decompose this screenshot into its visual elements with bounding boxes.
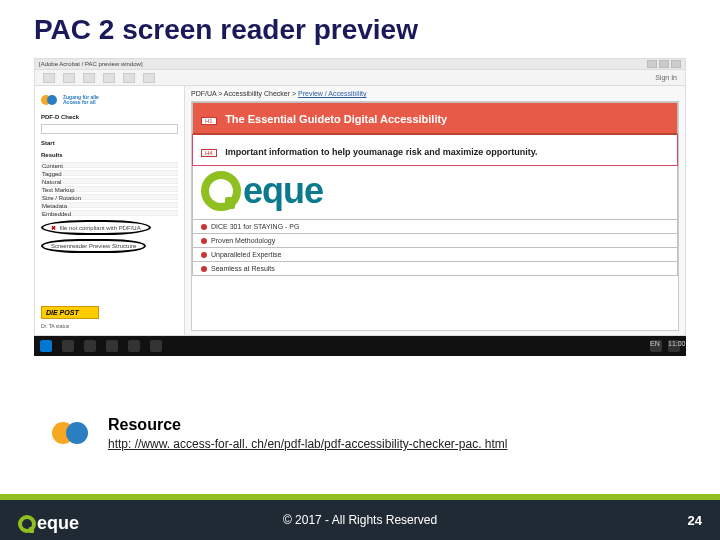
- page-number: 24: [688, 513, 702, 528]
- bullet-icon: [201, 224, 207, 230]
- list-item: DICE 301 for STAYING - PG: [192, 220, 678, 234]
- row-text: Unparalleled Expertise: [211, 251, 281, 258]
- fail-x-icon: ✖: [51, 225, 56, 231]
- h1-banner: H1 The Essential Guideto Digital Accessi…: [192, 102, 678, 135]
- list-item: Content: [41, 162, 178, 168]
- resource-icon: [52, 414, 94, 452]
- list-item: Proven Methodology: [192, 234, 678, 248]
- pdf-check-label: PDF-D Check: [41, 114, 178, 120]
- access-for-all-logo: Zugang für alle Access for all: [41, 92, 178, 108]
- copyright-text: © 2017 - All Rights Reserved: [283, 513, 437, 527]
- tray-time: 11:00: [668, 340, 680, 352]
- deque-logo-large: eque: [201, 170, 323, 212]
- task-icon: [150, 340, 162, 352]
- preview-row-text: Screenreader Preview Structure: [51, 243, 136, 249]
- h1-text: The Essential Guideto Digital Accessibil…: [225, 113, 447, 125]
- close-icon: [671, 60, 681, 68]
- resource-heading: Resource: [108, 416, 507, 434]
- diepost-badge: DIE POST: [41, 306, 99, 319]
- window-titlebar: [Adobe Acrobat / PAC preview window]: [34, 58, 686, 70]
- preview-header: PDF/UA > Accessibility Checker > Preview…: [191, 90, 679, 97]
- explain-1: Dr. TA: [41, 323, 54, 329]
- app-toolbar: Sign In: [34, 70, 686, 86]
- list-item: Embedded: [41, 210, 178, 216]
- preview-header-prefix: PDF/UA > Accessibility Checker >: [191, 90, 298, 97]
- row-text: Seamless at Results: [211, 265, 275, 272]
- slide-footer: eque © 2017 - All Rights Reserved 24: [0, 494, 720, 540]
- circled-fail-row: ✖ file not compliant with PDF/UA: [41, 220, 151, 235]
- slide-title: PAC 2 screen reader preview: [0, 0, 720, 46]
- results-list: Content Tagged Natural Text Markup Size …: [41, 162, 178, 216]
- file-input: [41, 124, 178, 134]
- document-preview-pane: PDF/UA > Accessibility Checker > Preview…: [185, 86, 685, 335]
- deque-ring-icon: [201, 171, 241, 211]
- org-line2: Access for all: [63, 100, 99, 106]
- circled-preview-row: Screenreader Preview Structure: [41, 239, 146, 253]
- list-item: Text Markup: [41, 186, 178, 192]
- task-icon: [84, 340, 96, 352]
- h1-tag: H1: [201, 117, 217, 125]
- list-item: Tagged: [41, 170, 178, 176]
- max-icon: [659, 60, 669, 68]
- list-item: Size / Rotation: [41, 194, 178, 200]
- start-label: Start: [41, 140, 178, 146]
- tool-icon: [143, 73, 155, 83]
- min-icon: [647, 60, 657, 68]
- swirl-icon: [41, 92, 59, 108]
- preview-header-link: Preview / Accessibility: [298, 90, 366, 97]
- deque-brand-row: eque: [192, 166, 678, 220]
- pac-screenshot: [Adobe Acrobat / PAC preview window] Sig…: [34, 58, 686, 376]
- window-title-text: [Adobe Acrobat / PAC preview window]: [39, 61, 143, 67]
- deque-logo-text: eque: [243, 170, 323, 212]
- deque-footer-logo: eque: [18, 513, 79, 534]
- resource-link[interactable]: http: //www. access-for-all. ch/en/pdf-l…: [108, 437, 507, 451]
- deque-footer-text: eque: [37, 513, 79, 534]
- bullet-icon: [201, 238, 207, 244]
- h4-banner: H4 Important information to help youmana…: [192, 135, 678, 166]
- list-item: Seamless at Results: [192, 262, 678, 276]
- task-icon: [62, 340, 74, 352]
- tray-lang: EN: [650, 340, 662, 352]
- explain-2: status: [56, 323, 69, 329]
- tool-icon: [63, 73, 75, 83]
- start-icon: [40, 340, 52, 352]
- deque-ring-icon: [18, 515, 36, 533]
- task-icon: [128, 340, 140, 352]
- tool-icon: [103, 73, 115, 83]
- h4-tag: H4: [201, 149, 217, 157]
- signin-label: Sign In: [655, 74, 677, 81]
- windows-taskbar: EN 11:00: [34, 336, 686, 356]
- task-icon: [106, 340, 118, 352]
- list-item: Metadata: [41, 202, 178, 208]
- tool-icon: [83, 73, 95, 83]
- tool-icon: [43, 73, 55, 83]
- bullet-icon: [201, 252, 207, 258]
- list-item: Natural: [41, 178, 178, 184]
- list-item: Unparalleled Expertise: [192, 248, 678, 262]
- bullet-icon: [201, 266, 207, 272]
- results-label: Results: [41, 152, 178, 158]
- fail-text: file not compliant with PDF/UA: [60, 225, 141, 231]
- row-text: DICE 301 for STAYING - PG: [211, 223, 299, 230]
- pac-left-panel: Zugang für alle Access for all PDF-D Che…: [35, 86, 185, 335]
- tool-icon: [123, 73, 135, 83]
- row-text: Proven Methodology: [211, 237, 275, 244]
- h4-text: Important information to help youmanage …: [225, 147, 537, 157]
